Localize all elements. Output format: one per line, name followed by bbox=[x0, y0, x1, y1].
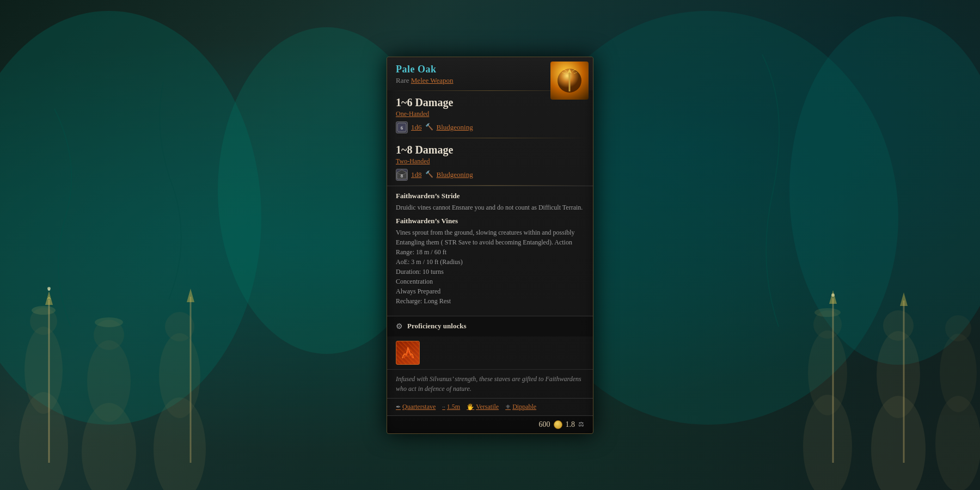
two-handed-section: 1~8 Damage Two-Handed 8 1d8 🔨 Bludgeonin… bbox=[387, 138, 593, 185]
dice-row-one: 6 1d6 🔨 Bludgeoning bbox=[396, 121, 584, 133]
property-1-desc: Druidic vines cannot Ensnare you and do … bbox=[396, 203, 584, 212]
svg-line-51 bbox=[403, 353, 413, 354]
tooltip-overlay: Pale Oak Rare Melee Weapon bbox=[0, 0, 980, 490]
bludgeon-icon-1: 🔨 bbox=[425, 123, 433, 131]
quarterstave-icon: ✒ bbox=[396, 403, 401, 411]
bludgeon-icon-2: 🔨 bbox=[425, 170, 433, 179]
svg-text:8: 8 bbox=[401, 173, 403, 179]
dice-d8-icon: 8 bbox=[396, 169, 408, 181]
hand-two-label: Two-Handed bbox=[396, 157, 584, 166]
tag-versatile[interactable]: 🖐 Versatile bbox=[467, 403, 499, 411]
dice-row-two: 8 1d8 🔨 Bludgeoning bbox=[396, 169, 584, 181]
bludgeon-label-1: Bludgeoning bbox=[437, 123, 473, 132]
weight-value: 1.8 bbox=[566, 420, 575, 429]
proficiency-section: ⚙ Proficiency unlocks bbox=[387, 316, 593, 336]
dippable-icon: ⚜ bbox=[505, 403, 511, 411]
item-rarity: Rare bbox=[396, 76, 409, 84]
price-value: 600 bbox=[539, 420, 550, 429]
svg-line-52 bbox=[404, 350, 412, 351]
hand-one-label: One-Handed bbox=[396, 110, 584, 118]
price-section: 600 1.8 ⚖ bbox=[387, 415, 593, 433]
item-tooltip: Pale Oak Rare Melee Weapon bbox=[387, 57, 593, 434]
proficiency-label: Proficiency unlocks bbox=[407, 322, 466, 330]
tags-section: ✒ Quarterstave ·· 1.5m 🖐 Versatile ⚜ Dip… bbox=[387, 398, 593, 415]
tag-range[interactable]: ·· 1.5m bbox=[442, 403, 460, 411]
item-icon bbox=[550, 62, 589, 100]
price-coin-icon bbox=[554, 420, 562, 429]
svg-line-50 bbox=[402, 356, 414, 357]
item-type-link[interactable]: Melee Weapon bbox=[411, 76, 454, 84]
dice-one-label: 1d6 bbox=[411, 123, 422, 132]
range-icon: ·· bbox=[442, 403, 445, 410]
bludgeon-label-2: Bludgeoning bbox=[437, 170, 473, 179]
versatile-icon: 🖐 bbox=[467, 403, 474, 411]
damage-two-handed: 1~8 Damage bbox=[396, 144, 584, 156]
skill-icon bbox=[396, 341, 420, 365]
proficiency-icon: ⚙ bbox=[396, 322, 403, 331]
property-2-desc: Vines sprout from the ground, slowing cr… bbox=[396, 228, 584, 306]
properties-section: Faithwarden’s Stride Druidic vines canno… bbox=[387, 186, 593, 316]
property-2-title: Faithwarden’s Vines bbox=[396, 217, 584, 225]
flavor-text: Infused with Silvanus’ strength, these s… bbox=[387, 369, 593, 398]
svg-text:6: 6 bbox=[401, 125, 403, 131]
weight-icon: ⚖ bbox=[578, 420, 584, 428]
tooltip-header: Pale Oak Rare Melee Weapon bbox=[387, 57, 593, 90]
dice-d6-icon: 6 bbox=[396, 121, 408, 133]
tag-quarterstave[interactable]: ✒ Quarterstave bbox=[396, 403, 436, 411]
dice-two-label: 1d8 bbox=[411, 170, 422, 179]
property-1-title: Faithwarden’s Stride bbox=[396, 192, 584, 200]
tag-dippable[interactable]: ⚜ Dippable bbox=[505, 403, 536, 411]
